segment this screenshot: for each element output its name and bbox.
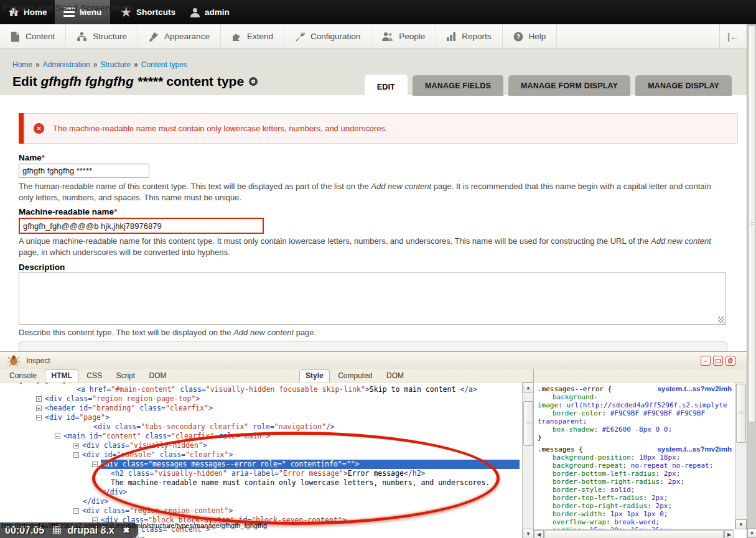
expand-icon[interactable]: + bbox=[36, 406, 42, 411]
toolbar-item-appearance[interactable]: Appearance bbox=[138, 24, 221, 49]
css-property-line[interactable]: box-shadow: #E62600 -8px 0 0; bbox=[538, 425, 734, 434]
toolbar-item-structure[interactable]: Structure bbox=[66, 24, 138, 49]
expand-icon[interactable]: + bbox=[73, 443, 79, 448]
style-scrollbar[interactable]: ▼ bbox=[735, 383, 747, 529]
toolbar-collapse-button[interactable]: |← bbox=[719, 24, 747, 48]
toolbar-item-reports[interactable]: Reports bbox=[436, 24, 502, 49]
page-scrollbar[interactable]: ▼ bbox=[747, 24, 756, 538]
tab-dom-right[interactable]: DOM bbox=[381, 370, 409, 382]
firebug-icon bbox=[7, 355, 20, 366]
dom-tree-row[interactable]: <a href="#main-content" class="visually-… bbox=[0, 385, 521, 394]
tab-console[interactable]: Console bbox=[4, 370, 42, 382]
tab-html[interactable]: HTML bbox=[45, 369, 78, 382]
scroll-thumb[interactable] bbox=[544, 531, 724, 538]
css-property-line[interactable]: } bbox=[538, 434, 734, 442]
stylesheet-source-link[interactable]: system.t...ss?mv2imh bbox=[657, 445, 732, 453]
breadcrumb-separator: » bbox=[93, 60, 98, 69]
css-property-line[interactable]: border-bottom-left-radius: 2px; bbox=[538, 470, 734, 478]
breadcrumb-administration[interactable]: Administration bbox=[43, 60, 90, 69]
name-input[interactable] bbox=[19, 164, 149, 178]
css-property-line[interactable]: background-position: 10px 18px; bbox=[538, 453, 734, 461]
scroll-down-button[interactable]: ▼ bbox=[735, 519, 747, 529]
dom-tree-row[interactable]: </div> bbox=[0, 497, 521, 506]
dom-tree-row[interactable]: The machine-readable name must contain o… bbox=[0, 478, 521, 488]
collapse-icon[interactable]: − bbox=[36, 415, 42, 420]
inspector-popout-button[interactable] bbox=[713, 356, 723, 366]
toolbar-item-help[interactable]: ? Help bbox=[503, 24, 558, 49]
tab-manage-display[interactable]: MANAGE DISPLAY bbox=[635, 75, 732, 96]
scroll-thumb[interactable] bbox=[523, 401, 533, 446]
css-property-line[interactable]: border-color: #F9C9BF #F9C9BF #F9C9BF bbox=[538, 409, 734, 417]
admin-bar-user[interactable]: admin bbox=[182, 0, 238, 24]
dom-tree-row[interactable]: −<main id="content" class="clearfix" rol… bbox=[0, 432, 521, 441]
css-property-line[interactable]: background- bbox=[538, 393, 734, 401]
collapse-icon[interactable]: − bbox=[73, 508, 79, 514]
tab-script[interactable]: Script bbox=[110, 370, 141, 382]
scroll-up-button[interactable]: ▲ bbox=[523, 383, 534, 392]
css-rule: system.t...ss?mv2imh.messages--error {ba… bbox=[538, 385, 734, 442]
toolbar-item-extend[interactable]: Extend bbox=[221, 24, 284, 49]
collapse-icon[interactable]: − bbox=[55, 434, 60, 439]
dom-tree-row[interactable]: </div> bbox=[0, 488, 521, 497]
toolbar-item-label: Extend bbox=[247, 32, 273, 41]
tab-manage-form-display[interactable]: MANAGE FORM DISPLAY bbox=[508, 75, 630, 96]
inspector-minimize-button[interactable]: − bbox=[701, 356, 711, 366]
toolbar-item-configuration[interactable]: Configuration bbox=[284, 24, 371, 49]
scroll-right-button[interactable]: ▶ bbox=[724, 530, 734, 538]
inspector-close-button[interactable]: Ø bbox=[726, 356, 735, 366]
breadcrumb: Home»Administration»Structure»Content ty… bbox=[12, 60, 187, 69]
tab-computed[interactable]: Computed bbox=[332, 370, 378, 382]
tab-manage-fields[interactable]: MANAGE FIELDS bbox=[413, 75, 503, 96]
dom-tree-row[interactable]: +<div class="visually-hidden"> bbox=[0, 441, 521, 450]
description-textarea[interactable] bbox=[19, 272, 726, 325]
admin-toolbar: Content Structure Appearance Extend Conf… bbox=[0, 24, 747, 49]
css-property-line[interactable]: border-style: solid; bbox=[538, 486, 734, 494]
stylesheet-source-link[interactable]: system.t...ss?mv2imh bbox=[657, 385, 732, 393]
dom-tree-row[interactable]: −<div id="console" class="clearfix"> bbox=[0, 450, 521, 460]
scroll-left-button[interactable]: ◀ bbox=[534, 530, 544, 538]
dom-tree-row[interactable]: −<div class="region region-content"> bbox=[0, 506, 521, 516]
tab-edit[interactable]: EDIT bbox=[365, 75, 408, 99]
breadcrumb-structure[interactable]: Structure bbox=[100, 60, 131, 69]
breadcrumb-content-types[interactable]: Content types bbox=[141, 60, 187, 69]
shortcut-toggle-icon[interactable] bbox=[249, 77, 258, 86]
tab-style[interactable]: Style bbox=[299, 369, 330, 382]
tab-css[interactable]: CSS bbox=[81, 370, 108, 382]
css-property-line[interactable]: transparent; bbox=[538, 417, 734, 425]
description-label: Description bbox=[19, 262, 65, 272]
css-property-line[interactable]: border-bottom-right-radius: 2px; bbox=[538, 478, 734, 486]
error-icon: ✕ bbox=[34, 123, 44, 134]
name-help: The human-readable name of this content … bbox=[19, 181, 728, 203]
dom-tree-row[interactable]: <div class="tabs-secondary clearfix" rol… bbox=[0, 422, 521, 432]
scroll-down-button[interactable]: ▼ bbox=[523, 529, 534, 538]
css-property-line[interactable]: image: url(http://sdcded4a9ff5296f.s2.si… bbox=[538, 401, 734, 409]
toolbar-item-content[interactable]: Content bbox=[0, 24, 66, 49]
expand-icon[interactable]: + bbox=[36, 396, 42, 402]
scroll-thumb[interactable] bbox=[736, 384, 746, 443]
resize-grip[interactable] bbox=[718, 317, 724, 323]
collapse-icon[interactable]: − bbox=[73, 452, 79, 458]
css-property-line[interactable]: background-repeat: no-repeat no-repeat; bbox=[538, 461, 734, 470]
toolbar-item-label: Appearance bbox=[164, 32, 210, 41]
scroll-thumb[interactable] bbox=[748, 26, 756, 422]
collapse-icon[interactable]: − bbox=[92, 461, 98, 467]
machine-name-input[interactable] bbox=[19, 218, 264, 234]
css-property-line[interactable]: overflow-wrap: break-word; bbox=[538, 518, 734, 526]
tab-dom[interactable]: DOM bbox=[144, 370, 172, 382]
dom-tree-row[interactable]: <h2 class="visually-hidden" aria-label="… bbox=[0, 469, 521, 478]
breadcrumb-home[interactable]: Home bbox=[12, 60, 32, 69]
dom-tree-row[interactable]: −<div class="messages messages--error ro… bbox=[0, 460, 521, 469]
inspect-button[interactable]: Inspect bbox=[26, 356, 50, 365]
tree-scrollbar[interactable]: ▲ ▼ bbox=[522, 383, 534, 538]
dom-tree-row[interactable]: +<div class="region region-page-top"> bbox=[0, 394, 521, 404]
style-hscrollbar[interactable]: ◀ ▶ bbox=[534, 529, 734, 538]
scroll-down-button[interactable]: ▼ bbox=[747, 528, 756, 538]
css-property-line[interactable]: border-top-right-radius: 2px; bbox=[538, 502, 734, 510]
toolbar-item-people[interactable]: People bbox=[371, 24, 436, 49]
dom-tree-row[interactable]: −<div id="page"> bbox=[0, 413, 521, 422]
dom-tree-row[interactable]: +<header id="branding" class="clearfix"> bbox=[0, 404, 521, 413]
collapse-icon: |← bbox=[727, 31, 739, 42]
css-property-line[interactable]: border-width: 1px 1px 1px 0; bbox=[538, 510, 734, 518]
toolbar-item-label: Help bbox=[529, 32, 546, 41]
css-property-line[interactable]: border-top-left-radius: 2px; bbox=[538, 494, 734, 502]
